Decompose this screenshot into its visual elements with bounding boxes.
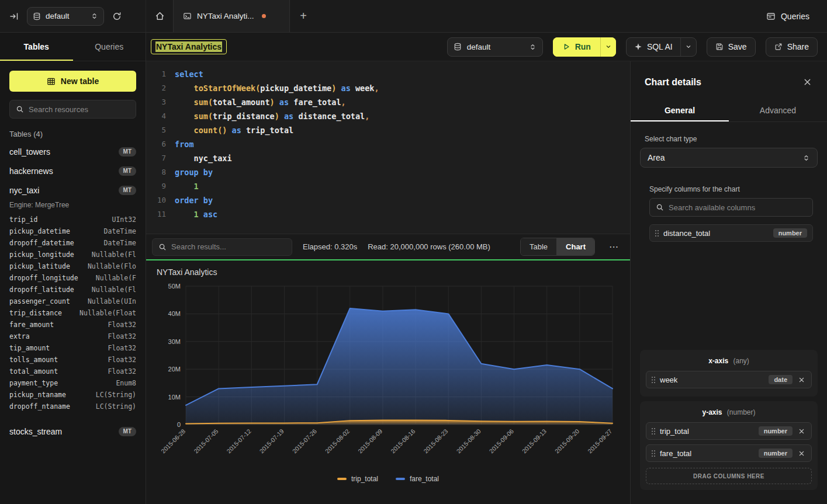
- area-chart[interactable]: 010M20M30M40M50M2015-06-282015-07-052015…: [153, 278, 621, 474]
- sql-editor[interactable]: 1select2 toStartOfWeek(pickup_datetime) …: [146, 61, 630, 234]
- column-type: Nullable(Fl: [92, 286, 136, 294]
- new-table-button[interactable]: New table: [9, 71, 136, 92]
- editor-line[interactable]: 11 1 asc: [146, 207, 630, 221]
- editor-line[interactable]: 3 sum(total_amount) as fare_total,: [146, 95, 630, 109]
- columns-group: Specify columns for the chart: [645, 185, 818, 246]
- column-row[interactable]: passenger_count Nullable(UIn: [9, 296, 136, 307]
- column-row[interactable]: trip_distance Nullable(Float: [9, 307, 136, 319]
- close-panel-button[interactable]: [802, 77, 813, 88]
- run-button[interactable]: Run: [553, 37, 600, 57]
- tables-section-label: Tables (4): [9, 130, 136, 138]
- legend-item[interactable]: fare_total: [396, 475, 439, 483]
- save-button[interactable]: Save: [707, 37, 756, 57]
- drop-zone[interactable]: DRAG COLUMNS HERE: [646, 468, 812, 484]
- remove-column-button[interactable]: [797, 376, 806, 384]
- columns-search-input[interactable]: [669, 203, 807, 212]
- chart-view-button[interactable]: Chart: [556, 238, 594, 255]
- read-stats-label: Read: 20,000,000 rows (260.00 MB): [368, 242, 490, 251]
- home-tab[interactable]: [146, 0, 173, 32]
- new-tab-button[interactable]: +: [290, 0, 317, 32]
- table-row[interactable]: nyc_taxi MT: [0, 180, 146, 200]
- column-row[interactable]: pickup_datetime DateTime: [9, 225, 136, 237]
- editor-line[interactable]: 2 toStartOfWeek(pickup_datetime) as week…: [146, 81, 630, 95]
- column-row[interactable]: total_amount Float32: [9, 366, 136, 377]
- spacer: [640, 246, 818, 350]
- column-chip-name: distance_total: [663, 229, 769, 238]
- chart-type-select[interactable]: Area: [640, 148, 818, 168]
- svg-text:2015-06-28: 2015-06-28: [160, 427, 187, 455]
- chevrons-updown-icon: [91, 12, 98, 20]
- editor-line[interactable]: 9 1: [146, 179, 630, 193]
- column-row[interactable]: trip_id UInt32: [9, 214, 136, 225]
- legend-item[interactable]: trip_total: [337, 475, 378, 483]
- remove-column-button[interactable]: [797, 449, 806, 458]
- column-row[interactable]: pickup_latitude Nullable(Flo: [9, 260, 136, 272]
- run-options-button[interactable]: [600, 37, 616, 57]
- sidebar-search-input[interactable]: [29, 105, 130, 114]
- table-row[interactable]: stocks_stream MT: [0, 422, 146, 441]
- available-column-row[interactable]: distance_total number: [649, 224, 813, 242]
- editor-line[interactable]: 7 nyc_taxi: [146, 151, 630, 165]
- more-options-button[interactable]: ⋯: [605, 239, 622, 255]
- sql-ai-button[interactable]: SQL AI: [627, 38, 680, 56]
- table-row[interactable]: hackernews MT: [0, 161, 146, 180]
- column-row[interactable]: dropoff_latitude Nullable(Fl: [9, 284, 136, 296]
- queries-icon: [766, 12, 776, 21]
- table-name: hackernews: [9, 166, 53, 176]
- table-view-button[interactable]: Table: [521, 238, 556, 255]
- axis-column-name: week: [660, 376, 764, 384]
- chevrons-updown-icon: [529, 43, 537, 51]
- tab-advanced[interactable]: Advanced: [729, 99, 827, 121]
- results-search-input[interactable]: [171, 242, 286, 251]
- svg-text:2015-07-26: 2015-07-26: [291, 427, 319, 455]
- share-icon: [774, 43, 783, 51]
- queries-button[interactable]: Queries: [760, 7, 815, 26]
- database-selector[interactable]: default: [27, 7, 104, 26]
- share-button-label: Share: [787, 42, 809, 51]
- column-row[interactable]: tolls_amount Float32: [9, 354, 136, 366]
- y-axis-label: y-axis: [702, 408, 722, 416]
- editor-line[interactable]: 5 count() as trip_total: [146, 123, 630, 137]
- column-row[interactable]: extra Float32: [9, 331, 136, 342]
- drag-handle-icon[interactable]: [652, 377, 655, 383]
- collapse-sidebar-button[interactable]: [7, 9, 21, 23]
- drag-handle-icon[interactable]: [652, 428, 655, 435]
- column-row[interactable]: pickup_longitude Nullable(Fl: [9, 249, 136, 260]
- editor-line[interactable]: 4 sum(trip_distance) as distance_total,: [146, 109, 630, 123]
- y-axis-column-row[interactable]: trip_total number: [646, 422, 812, 440]
- remove-column-button[interactable]: [797, 427, 806, 436]
- query-title-input[interactable]: NYTaxi Analytics: [151, 39, 227, 54]
- tab-general[interactable]: General: [631, 99, 729, 121]
- sidebar-tab-tables[interactable]: Tables: [0, 33, 73, 61]
- column-name: pickup_ntaname: [9, 391, 66, 399]
- column-row[interactable]: dropoff_ntaname LC(String): [9, 401, 136, 412]
- column-row[interactable]: payment_type Enum8: [9, 377, 136, 389]
- column-row[interactable]: fare_amount Float32: [9, 319, 136, 331]
- titlebar-actions: default Run: [447, 37, 818, 57]
- column-row[interactable]: pickup_ntaname LC(String): [9, 389, 136, 401]
- editor-line[interactable]: 1select: [146, 67, 630, 81]
- query-tab[interactable]: NYTaxi Analyti...: [173, 0, 290, 32]
- column-name: pickup_latitude: [9, 262, 70, 270]
- x-axis-column-row[interactable]: week date: [646, 371, 812, 388]
- column-name: dropoff_latitude: [9, 286, 74, 294]
- editor-line[interactable]: 10order by: [146, 193, 630, 207]
- editor-line[interactable]: 6from: [146, 137, 630, 151]
- column-type: DateTime: [104, 227, 136, 235]
- run-database-selector[interactable]: default: [447, 37, 543, 57]
- share-button[interactable]: Share: [766, 37, 818, 57]
- y-axis-columns: trip_total number f: [646, 422, 812, 462]
- refresh-button[interactable]: [110, 9, 124, 23]
- editor-line[interactable]: 8group by: [146, 165, 630, 179]
- sidebar-tab-queries[interactable]: Queries: [73, 33, 146, 61]
- column-row[interactable]: dropoff_datetime DateTime: [9, 237, 136, 249]
- sql-ai-options-button[interactable]: [680, 38, 696, 56]
- save-button-label: Save: [728, 42, 747, 51]
- column-row[interactable]: dropoff_longitude Nullable(F: [9, 272, 136, 284]
- column-row[interactable]: tip_amount Float32: [9, 342, 136, 354]
- y-axis-column-row[interactable]: fare_total number: [646, 444, 812, 462]
- engine-badge: MT: [119, 147, 136, 157]
- table-row[interactable]: cell_towers MT: [0, 142, 146, 161]
- drag-handle-icon[interactable]: [652, 450, 655, 457]
- drag-handle-icon[interactable]: [655, 230, 659, 237]
